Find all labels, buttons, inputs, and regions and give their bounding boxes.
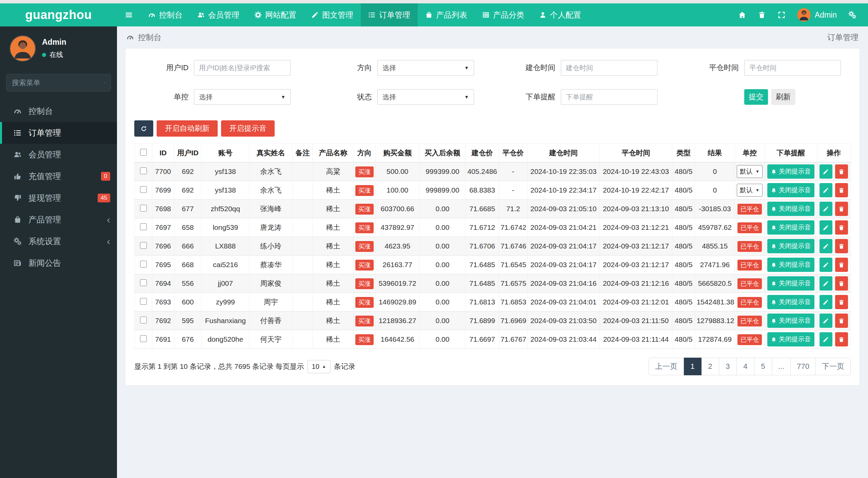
delete-button[interactable] bbox=[835, 202, 848, 216]
edit-button[interactable] bbox=[820, 332, 832, 346]
edit-button[interactable] bbox=[820, 314, 832, 328]
close-sound-button[interactable]: 关闭提示音 bbox=[767, 164, 814, 179]
prev-page-button[interactable]: 上一页 bbox=[649, 358, 684, 375]
fullscreen-icon[interactable] bbox=[777, 11, 786, 19]
nav-item-product-list[interactable]: 产品列表 bbox=[418, 3, 475, 26]
home-icon[interactable] bbox=[738, 11, 746, 19]
row-checkbox[interactable] bbox=[140, 167, 147, 174]
sound-toggle-button[interactable]: 开启提示音 bbox=[221, 120, 275, 137]
sidebar-item-orders[interactable]: 订单管理 bbox=[0, 122, 117, 144]
column-header[interactable]: 用户ID bbox=[174, 144, 201, 162]
edit-button[interactable] bbox=[820, 258, 832, 272]
sidebar-search-input[interactable] bbox=[12, 79, 104, 87]
brand-logo[interactable]: guangzhou bbox=[0, 3, 117, 26]
direction-select[interactable]: 选择▼ bbox=[377, 60, 474, 76]
page-button-2[interactable]: 2 bbox=[702, 358, 719, 375]
sidebar-item-system[interactable]: 系统设置‹ bbox=[0, 231, 117, 252]
column-header[interactable]: 类型 bbox=[672, 144, 695, 162]
column-header[interactable]: 买入后余额 bbox=[419, 144, 465, 162]
delete-button[interactable] bbox=[835, 164, 848, 179]
column-header[interactable]: 结果 bbox=[695, 144, 735, 162]
status-select[interactable]: 选择▼ bbox=[377, 89, 474, 105]
column-header[interactable]: 建仓时间 bbox=[527, 144, 600, 162]
settings-gears-icon[interactable] bbox=[848, 11, 856, 19]
nav-item-dashboard[interactable]: 控制台 bbox=[141, 3, 190, 26]
column-header[interactable]: 平仓时间 bbox=[600, 144, 672, 162]
nav-item-product-category[interactable]: 产品分类 bbox=[475, 3, 532, 26]
nav-item-members[interactable]: 会员管理 bbox=[190, 3, 247, 26]
column-header[interactable]: 建仓价 bbox=[466, 144, 499, 162]
column-header[interactable]: 方向 bbox=[353, 144, 375, 162]
sidebar-item-recharge[interactable]: 充值管理0 bbox=[0, 165, 117, 187]
page-button-4[interactable]: 4 bbox=[737, 358, 754, 375]
nav-item-orders[interactable]: 订单管理 bbox=[361, 3, 418, 26]
trash-icon[interactable] bbox=[758, 11, 766, 19]
page-button-1[interactable]: 1 bbox=[684, 358, 702, 375]
row-checkbox[interactable] bbox=[140, 335, 147, 342]
row-checkbox[interactable] bbox=[140, 242, 147, 249]
close-sound-button[interactable]: 关闭提示音 bbox=[767, 332, 814, 346]
delete-button[interactable] bbox=[835, 295, 848, 309]
delete-button[interactable] bbox=[835, 220, 848, 235]
edit-button[interactable] bbox=[820, 220, 832, 235]
page-button-770[interactable]: 770 bbox=[791, 358, 816, 375]
submit-button[interactable]: 提交 bbox=[744, 89, 768, 105]
delete-button[interactable] bbox=[835, 314, 848, 328]
column-header[interactable]: 账号 bbox=[201, 144, 249, 162]
close-sound-button[interactable]: 关闭提示音 bbox=[767, 220, 814, 235]
row-checkbox[interactable] bbox=[140, 205, 147, 212]
close-sound-button[interactable]: 关闭提示音 bbox=[767, 276, 814, 291]
column-header[interactable]: ID bbox=[152, 144, 174, 162]
close-sound-button[interactable]: 关闭提示音 bbox=[767, 258, 814, 272]
column-header[interactable]: 购买金额 bbox=[375, 144, 419, 162]
page-button-5[interactable]: 5 bbox=[754, 358, 772, 375]
order-remind-input[interactable] bbox=[561, 89, 657, 105]
page-button-...[interactable]: ... bbox=[772, 358, 791, 375]
sidebar-item-news[interactable]: 新闻公告 bbox=[0, 252, 117, 274]
row-checkbox[interactable] bbox=[140, 223, 147, 230]
control-select[interactable]: 选择▼ bbox=[194, 89, 291, 105]
edit-button[interactable] bbox=[820, 183, 832, 197]
column-header[interactable]: 产品名称 bbox=[313, 144, 354, 162]
sidebar-item-withdraw[interactable]: 提现管理45 bbox=[0, 187, 117, 209]
close-time-input[interactable] bbox=[744, 60, 841, 76]
refresh-button[interactable]: 刷新 bbox=[771, 89, 795, 105]
row-checkbox[interactable] bbox=[140, 279, 147, 286]
column-header[interactable]: 操作 bbox=[817, 144, 850, 162]
close-sound-button[interactable]: 关闭提示音 bbox=[767, 239, 814, 253]
row-checkbox[interactable] bbox=[140, 298, 147, 305]
edit-button[interactable] bbox=[820, 202, 832, 216]
admin-menu[interactable]: Admin bbox=[797, 8, 837, 22]
close-sound-button[interactable]: 关闭提示音 bbox=[767, 183, 814, 197]
nav-item-site-config[interactable]: 网站配置 bbox=[247, 3, 304, 26]
delete-button[interactable] bbox=[835, 239, 848, 253]
delete-button[interactable] bbox=[835, 276, 848, 291]
table-refresh-button[interactable] bbox=[134, 120, 153, 137]
row-checkbox[interactable] bbox=[140, 317, 147, 323]
search-icon[interactable] bbox=[104, 79, 105, 86]
edit-button[interactable] bbox=[820, 239, 832, 253]
close-sound-button[interactable]: 关闭提示音 bbox=[767, 202, 814, 216]
sidebar-item-products[interactable]: 产品管理‹ bbox=[0, 209, 117, 231]
open-time-input[interactable] bbox=[561, 60, 657, 76]
select-all-checkbox[interactable] bbox=[140, 149, 147, 156]
edit-button[interactable] bbox=[820, 295, 832, 309]
column-header[interactable]: 下单提醒 bbox=[765, 144, 817, 162]
row-checkbox[interactable] bbox=[140, 186, 147, 193]
auto-refresh-toggle-button[interactable]: 开启自动刷新 bbox=[157, 120, 218, 137]
row-control-select[interactable]: 默认▼ bbox=[737, 165, 763, 178]
nav-item-content[interactable]: 图文管理 bbox=[304, 3, 361, 26]
row-checkbox[interactable] bbox=[140, 261, 147, 267]
close-sound-button[interactable]: 关闭提示音 bbox=[767, 295, 814, 309]
column-header[interactable]: 备注 bbox=[292, 144, 313, 162]
column-header[interactable]: 平仓价 bbox=[499, 144, 527, 162]
close-sound-button[interactable]: 关闭提示音 bbox=[767, 314, 814, 328]
column-header[interactable]: 单控 bbox=[735, 144, 765, 162]
breadcrumb-title[interactable]: 控制台 bbox=[138, 32, 161, 43]
edit-button[interactable] bbox=[820, 276, 832, 291]
user-id-input[interactable] bbox=[194, 60, 291, 76]
delete-button[interactable] bbox=[835, 258, 848, 272]
edit-button[interactable] bbox=[820, 164, 832, 179]
delete-button[interactable] bbox=[835, 183, 848, 197]
sidebar-item-members[interactable]: 会员管理 bbox=[0, 144, 117, 165]
